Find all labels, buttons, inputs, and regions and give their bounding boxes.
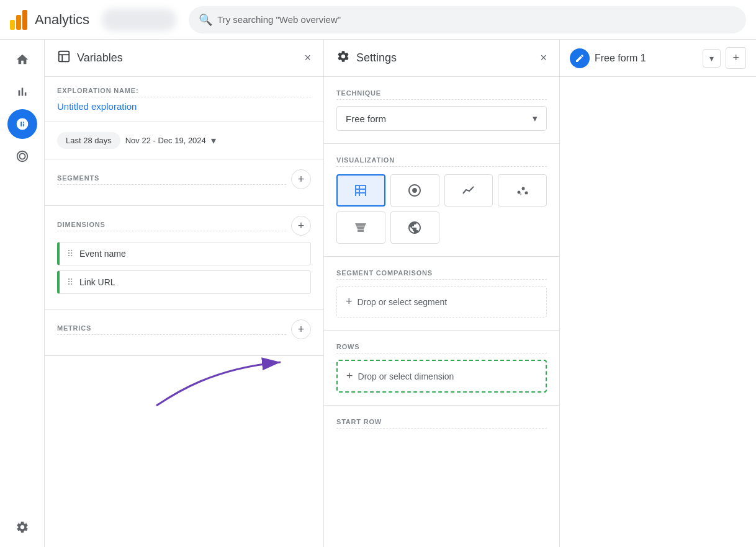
segment-comparisons-section: SEGMENT COMPARISONS + Drop or select seg… [324,257,559,331]
logo-icon [10,10,27,30]
dimension-link-url-label: Link URL [79,277,115,287]
viz-donut-button[interactable] [390,174,439,207]
settings-icon [336,50,350,66]
settings-panel-header: Settings × [324,40,559,77]
viz-geo-button[interactable] [390,211,439,244]
technique-section: TECHNIQUE Free form ▾ [324,77,559,144]
rows-section: ROWS + Drop or select dimension [324,331,559,406]
visualization-section: VISUALIZATION [324,144,559,257]
search-icon: 🔍 [199,13,212,27]
date-section: Last 28 days Nov 22 - Dec 19, 2024 ▾ [57,132,311,149]
account-pill[interactable] [102,9,176,31]
date-range: Nov 22 - Dec 19, 2024 [125,136,206,145]
drop-dimension-label: Drop or select dimension [358,371,454,381]
technique-label: TECHNIQUE [336,89,547,100]
technique-select[interactable]: Free form ▾ [336,106,547,131]
drag-handle-icon: ⠿ [67,277,73,287]
metrics-label: METRICS [57,324,286,335]
segments-section: SEGMENTS + [45,159,323,206]
exploration-name-value[interactable]: Untitled exploration [57,101,311,112]
variables-title-group: Variables [57,50,123,66]
edit-icon-circle [570,48,590,68]
viz-funnel-button[interactable] [336,211,385,244]
nav-item-explore[interactable] [7,109,37,139]
viz-scatter-button[interactable] [498,174,547,207]
add-segment-button[interactable]: + [291,169,311,189]
metrics-section: METRICS + [45,309,323,356]
nav-item-settings[interactable] [7,512,37,542]
freeform-header: Free form 1 ▾ + [560,40,756,77]
plus-icon: + [346,295,353,308]
settings-panel: Settings × TECHNIQUE Free form ▾ VISUALI… [324,40,560,547]
technique-value: Free form [346,113,386,124]
dimension-event-name-label: Event name [79,249,126,259]
freeform-title: Free form 1 [595,53,646,64]
add-dimension-button[interactable]: + [291,216,311,236]
top-header: Analytics 🔍 Try searching "Web overview" [0,0,756,40]
svg-point-5 [521,187,524,190]
freeform-dropdown-button[interactable]: ▾ [703,49,721,68]
visualization-label: VISUALIZATION [336,156,547,167]
settings-title-group: Settings [336,50,397,66]
freeform-panel: Free form 1 ▾ + [560,40,756,547]
svg-point-7 [520,193,521,195]
variables-panel-title: Variables [77,51,123,64]
variables-close-button[interactable]: × [304,51,311,64]
dimensions-section: DIMENSIONS + ⠿ Event name ⠿ Link URL [45,206,323,309]
viz-grid-row2 [336,211,547,244]
dimension-item-link-url[interactable]: ⠿ Link URL [57,270,311,294]
date-dropdown-arrow[interactable]: ▾ [211,135,216,146]
start-row-section: START ROW [324,406,559,445]
viz-empty-slot-2 [498,211,530,244]
freeform-content [560,77,756,547]
segments-label: SEGMENTS [57,174,286,185]
drop-dimension-zone[interactable]: + Drop or select dimension [336,360,547,393]
search-placeholder: Try searching "Web overview" [217,14,341,25]
logo-bar-1 [10,20,15,30]
nav-item-reports[interactable] [7,77,37,107]
nav-item-advertising[interactable] [7,141,37,171]
settings-close-button[interactable]: × [540,51,547,64]
add-tab-button[interactable]: + [726,47,746,69]
technique-dropdown-arrow: ▾ [533,113,538,124]
logo-bar-2 [16,15,21,30]
variables-icon [57,50,71,66]
search-bar[interactable]: 🔍 Try searching "Web overview" [189,6,746,33]
plus-icon: + [346,370,353,383]
svg-rect-1 [59,51,70,62]
logo-bar-3 [22,10,27,30]
dimensions-header-row: DIMENSIONS + [57,216,311,236]
svg-point-6 [524,192,528,195]
rows-label: ROWS [336,343,547,354]
metrics-header-row: METRICS + [57,319,311,339]
start-row-label: START ROW [336,418,547,429]
freeform-controls: ▾ + [703,47,746,69]
dimension-item-event-name[interactable]: ⠿ Event name [57,242,311,265]
main-layout: Variables × EXPLORATION NAME: Untitled e… [0,40,756,547]
app-title: Analytics [35,12,89,28]
variables-panel-header: Variables × [45,40,323,77]
nav-item-home[interactable] [7,45,37,74]
freeform-title-group: Free form 1 [570,48,646,68]
settings-panel-title: Settings [356,51,397,64]
drag-handle-icon: ⠿ [67,249,73,259]
date-badge[interactable]: Last 28 days [57,132,120,149]
exploration-name-section: EXPLORATION NAME: Untitled exploration [45,77,323,122]
viz-empty-slot-1 [444,211,477,244]
drop-segment-zone[interactable]: + Drop or select segment [336,286,547,318]
drop-segment-label: Drop or select segment [358,297,448,307]
segment-comparisons-label: SEGMENT COMPARISONS [336,269,547,280]
variables-panel: Variables × EXPLORATION NAME: Untitled e… [45,40,324,547]
viz-grid [336,174,547,207]
svg-point-4 [517,191,520,194]
dimensions-label: DIMENSIONS [57,221,286,231]
viz-line-button[interactable] [444,174,493,207]
left-nav [0,40,45,547]
date-range-section: Last 28 days Nov 22 - Dec 19, 2024 ▾ [45,122,323,159]
segments-header-row: SEGMENTS + [57,169,311,189]
exploration-name-label: EXPLORATION NAME: [57,87,311,97]
panels-wrapper: Variables × EXPLORATION NAME: Untitled e… [45,40,756,547]
viz-table-button[interactable] [336,174,385,207]
add-metric-button[interactable]: + [291,319,311,339]
